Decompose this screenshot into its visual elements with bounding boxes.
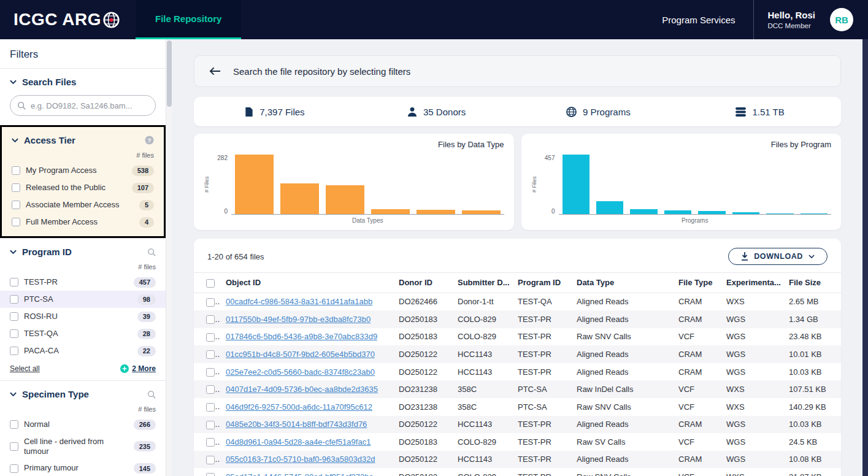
- filter-option[interactable]: Primary tumour145: [0, 460, 166, 476]
- cell-file-type: VCF: [672, 433, 720, 451]
- search-banner: Search the file repository by selecting …: [194, 55, 841, 87]
- row-checkbox[interactable]: [206, 438, 215, 447]
- filter-option[interactable]: Cell line - derived from tumour235: [0, 433, 166, 460]
- main-content: Search the file repository by selecting …: [172, 39, 862, 476]
- file-table-card: 1-20 of 654 files DOWNLOAD Object: [194, 239, 841, 476]
- filter-option[interactable]: My Program Access538: [2, 162, 164, 179]
- column-header-file-type[interactable]: File Type: [672, 273, 720, 293]
- page-scrollbar[interactable]: [862, 39, 868, 476]
- file-count-badge: 4: [139, 217, 154, 228]
- facet-header-specimen-type[interactable]: Specimen Type: [0, 381, 166, 405]
- checkbox[interactable]: [10, 329, 18, 338]
- filter-option[interactable]: TEST-QA28: [0, 325, 166, 342]
- facet-header-program-id[interactable]: Program ID: [0, 239, 166, 263]
- file-count-badge: 266: [134, 420, 156, 430]
- page-body: Filters Search Files Access Tier ?: [0, 39, 868, 476]
- facet-search-icon[interactable]: [147, 248, 156, 256]
- row-checkbox[interactable]: [206, 368, 215, 377]
- object-id-link[interactable]: 01cc951b-d4c8-507f-9bd2-605e4b5bd370: [226, 350, 375, 359]
- filter-option-label: Cell line - derived from tumour: [24, 437, 128, 457]
- file-search-input[interactable]: [10, 95, 156, 116]
- column-header-donor-id[interactable]: Donor ID: [393, 273, 451, 293]
- tab-file-repository[interactable]: File Repository: [136, 0, 241, 39]
- filter-option[interactable]: PACA-CA22: [0, 342, 166, 359]
- facet-header-search-files[interactable]: Search Files: [0, 69, 166, 93]
- filter-option[interactable]: ROSI-RU39: [0, 308, 166, 325]
- icgc-argo-logo[interactable]: ICGC ARG: [0, 0, 136, 39]
- object-id-link[interactable]: 05ed17e1-1446-5745-80ad-bf951cf372ba: [226, 472, 374, 476]
- back-arrow-icon[interactable]: [209, 67, 221, 75]
- file-table: Object ID Donor ID Submitter D... Progra…: [194, 272, 841, 476]
- cell-donor-id: DO250122: [393, 416, 451, 434]
- row-checkbox[interactable]: [206, 350, 215, 359]
- object-id-link[interactable]: 0407d1e7-4d09-5736-b0ec-aa8bde2d3635: [226, 385, 378, 394]
- user-avatar[interactable]: RB: [830, 8, 853, 31]
- file-count-badge: 145: [134, 463, 156, 474]
- object-id-link[interactable]: 0485e20b-34f3-5014-b8ff-bdf743d3fd76: [226, 420, 367, 429]
- cell-file-size: 24.5 KB: [783, 433, 841, 451]
- row-checkbox[interactable]: [206, 315, 215, 324]
- filter-option[interactable]: Normal266: [0, 416, 166, 433]
- object-id-link[interactable]: 0117550b-49ef-5fb9-97bb-e3dba8fc73b0: [226, 315, 371, 324]
- sidebar-scrollbar[interactable]: [166, 39, 172, 476]
- cell-file-size: 10.03 KB: [783, 416, 841, 434]
- object-id-link[interactable]: 04d8d961-0a94-5d28-aa4e-cfef51a9fac1: [226, 437, 371, 447]
- checkbox[interactable]: [12, 183, 20, 192]
- banner-text: Search the file repository by selecting …: [233, 66, 410, 77]
- checkbox[interactable]: [10, 312, 18, 321]
- facet-footer: Select all 2 More: [0, 359, 166, 380]
- row-checkbox[interactable]: [206, 456, 215, 464]
- more-link[interactable]: 2 More: [120, 364, 156, 373]
- cell-donor-id: DO250122: [393, 345, 451, 363]
- checkbox[interactable]: [10, 347, 18, 355]
- column-header-experimental-strategy[interactable]: Experimenta...: [720, 273, 783, 293]
- object-id-link[interactable]: 055c0163-71c0-5710-baf0-963a5803d32d: [226, 455, 375, 464]
- filter-option[interactable]: Associate Member Access5: [2, 196, 164, 213]
- checkbox[interactable]: [10, 442, 18, 451]
- row-checkbox[interactable]: [206, 421, 215, 429]
- help-icon[interactable]: ?: [145, 136, 154, 145]
- sidebar-scrollbar-thumb[interactable]: [167, 40, 172, 107]
- object-id-link[interactable]: 017846c6-5bd6-5436-a9b8-3e70abc833d9: [226, 332, 377, 341]
- nav-program-services[interactable]: Program Services: [643, 0, 753, 39]
- checkbox[interactable]: [12, 166, 20, 175]
- object-id-link[interactable]: 025e7ee2-c0d5-5660-badc-8374f8c23ab0: [226, 367, 375, 377]
- filter-option[interactable]: TEST-PR457: [0, 274, 166, 291]
- select-all-checkbox[interactable]: [206, 279, 215, 288]
- checkbox[interactable]: [10, 464, 18, 473]
- row-checkbox[interactable]: [206, 333, 215, 342]
- filter-option[interactable]: Full Member Access4: [2, 213, 164, 231]
- checkbox[interactable]: [12, 201, 20, 209]
- row-checkbox[interactable]: [206, 403, 215, 412]
- checkbox[interactable]: [12, 218, 20, 226]
- row-checkbox[interactable]: [206, 298, 215, 307]
- filter-option[interactable]: PTC-SA98: [0, 291, 166, 308]
- cell-file-type: VCF: [672, 398, 720, 416]
- object-id-link[interactable]: 046d9f26-9257-500d-a6dc-11a70f95c612: [226, 402, 372, 412]
- cell-submitter-donor-id: 358C: [451, 398, 512, 416]
- column-header-data-type[interactable]: Data Type: [570, 273, 672, 293]
- object-id-link[interactable]: 00cadfc4-c986-5843-8a31-61d41afa1abb: [226, 297, 372, 306]
- chart-bar: [596, 201, 623, 214]
- nav-user-menu[interactable]: Hello, Rosi DCC Member: [753, 0, 825, 39]
- select-all-link[interactable]: Select all: [10, 364, 40, 373]
- filter-option[interactable]: Released to the Public107: [2, 179, 164, 196]
- cell-object-id: 04d8d961-0a94-5d28-aa4e-cfef51a9fac1: [220, 433, 393, 451]
- column-header-object-id[interactable]: Object ID: [220, 273, 393, 293]
- row-checkbox[interactable]: [206, 385, 215, 394]
- checkbox[interactable]: [10, 295, 18, 304]
- facet-search-icon[interactable]: [147, 390, 156, 399]
- column-header-submitter-donor-id[interactable]: Submitter D...: [451, 273, 512, 293]
- column-header-program-id[interactable]: Program ID: [512, 273, 570, 293]
- column-header-file-size[interactable]: File Size: [783, 273, 841, 293]
- cell-program-id: TEST-PR: [512, 345, 570, 363]
- cell-submitter-donor-id: HCC1143: [451, 363, 512, 381]
- facet-header-access-tier[interactable]: Access Tier ?: [2, 127, 164, 152]
- file-count-badge: 28: [137, 329, 156, 339]
- checkbox[interactable]: [10, 278, 18, 286]
- download-button[interactable]: DOWNLOAD: [728, 248, 828, 265]
- cell-submitter-donor-id: HCC1143: [451, 451, 512, 469]
- row-checkbox[interactable]: [206, 473, 215, 476]
- stat-donors-label: 35 Donors: [423, 107, 466, 117]
- checkbox[interactable]: [10, 420, 18, 429]
